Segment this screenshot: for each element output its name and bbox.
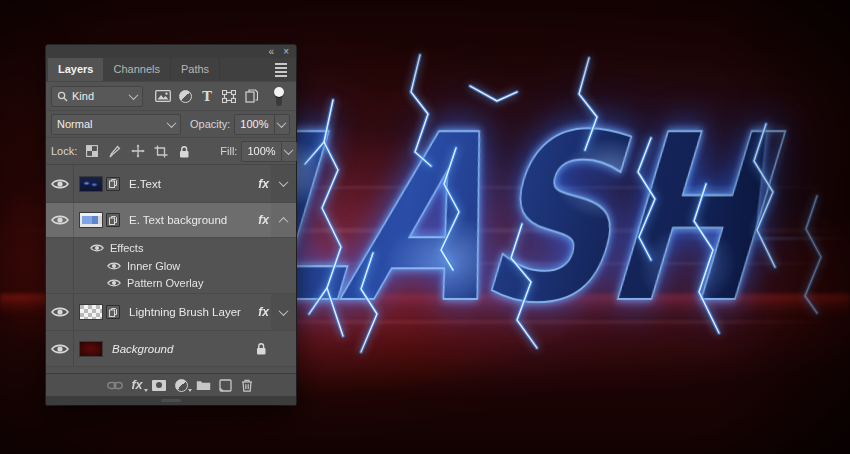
layer-name[interactable]: Lightning Brush Layer <box>129 306 241 318</box>
lock-artboard-nesting-icon[interactable] <box>152 141 169 161</box>
effect-name[interactable]: Inner Glow <box>127 260 180 272</box>
fx-badge: fx <box>258 213 271 227</box>
effect-visibility-toggle[interactable] <box>107 278 121 288</box>
fill-label: Fill: <box>220 145 237 157</box>
type-layers-filter-icon[interactable]: T <box>196 86 218 106</box>
delete-layer-icon[interactable] <box>238 376 256 394</box>
smart-object-badge-icon <box>106 177 120 191</box>
eye-icon <box>107 278 121 288</box>
fx-badge: fx <box>258 305 271 319</box>
effects-header-row[interactable]: Effects <box>46 237 296 257</box>
effect-row-pattern-overlay[interactable]: Pattern Overlay <box>46 274 296 293</box>
filtering-toggle[interactable] <box>273 87 285 106</box>
fill-input[interactable]: 100% <box>241 141 296 162</box>
collapse-effects-icon[interactable] <box>271 165 296 202</box>
effects-label: Effects <box>110 242 143 254</box>
lock-transparent-pixels-icon[interactable] <box>83 141 100 161</box>
eye-icon <box>51 178 69 190</box>
layer-name[interactable]: E. Text background <box>129 214 227 226</box>
tab-paths[interactable]: Paths <box>171 58 220 81</box>
tab-layers[interactable]: Layers <box>48 58 103 81</box>
lock-label: Lock: <box>51 145 77 157</box>
opacity-input[interactable]: 100% <box>234 114 289 135</box>
visibility-toggle[interactable] <box>46 331 74 366</box>
blend-row: Normal Opacity: 100% <box>46 111 296 138</box>
lock-all-icon[interactable] <box>175 141 192 161</box>
layer-thumbnail[interactable] <box>79 212 103 228</box>
chevron-down-icon[interactable] <box>281 142 296 161</box>
chevron-down-icon <box>167 118 177 128</box>
smart-object-badge-icon <box>106 305 120 319</box>
layer-thumbnail[interactable] <box>79 176 103 192</box>
add-layer-mask-icon[interactable] <box>150 376 168 394</box>
blend-mode-dropdown[interactable]: Normal <box>51 114 181 135</box>
effect-name[interactable]: Pattern Overlay <box>127 277 203 289</box>
layer-row-lightning-brush[interactable]: Lightning Brush Layer fx <box>46 293 296 330</box>
lock-row: Lock: Fill: 100% <box>46 138 296 165</box>
panel-tabs: Layers Channels Paths <box>46 58 296 82</box>
effect-row-inner-glow[interactable]: Inner Glow <box>46 257 296 274</box>
add-layer-style-icon[interactable]: fx <box>128 376 146 394</box>
panel-resize-grip[interactable] <box>46 396 296 405</box>
collapse-effects-icon[interactable] <box>271 294 296 330</box>
panel-titlebar[interactable]: « × <box>46 45 296 58</box>
new-group-icon[interactable] <box>194 376 212 394</box>
filter-kind-label: Kind <box>72 90 94 102</box>
tab-channels[interactable]: Channels <box>103 58 170 81</box>
layer-name[interactable]: E.Text <box>129 178 161 190</box>
opacity-value[interactable]: 100% <box>235 118 273 130</box>
filter-row: Kind T <box>46 82 296 111</box>
layer-name[interactable]: Background <box>112 343 173 355</box>
search-icon <box>57 91 68 102</box>
close-panel-icon[interactable]: × <box>283 45 289 58</box>
layer-row-background[interactable]: Background <box>46 330 296 366</box>
pixel-layers-filter-icon[interactable] <box>152 86 174 106</box>
effect-visibility-toggle[interactable] <box>107 261 121 271</box>
visibility-toggle[interactable] <box>46 165 74 202</box>
opacity-label: Opacity: <box>190 118 230 130</box>
eye-icon <box>90 243 104 253</box>
link-layers-icon[interactable] <box>106 376 124 394</box>
smart-object-badge-icon <box>106 213 120 227</box>
layer-row-etext[interactable]: E.Text fx <box>46 165 296 202</box>
smart-objects-filter-icon[interactable] <box>240 86 262 106</box>
fill-value[interactable]: 100% <box>242 145 280 157</box>
layer-row-etext-background[interactable]: E. Text background fx <box>46 202 296 237</box>
adjustment-layers-filter-icon[interactable] <box>174 86 196 106</box>
layer-list: E.Text fx E. Text background fx Effects <box>46 165 296 373</box>
shape-layers-filter-icon[interactable] <box>218 86 240 106</box>
eye-icon <box>51 343 69 355</box>
layer-locked-icon <box>254 342 268 355</box>
visibility-toggle[interactable] <box>46 203 74 237</box>
layer-thumbnail[interactable] <box>79 304 103 320</box>
new-layer-icon[interactable] <box>216 376 234 394</box>
lock-position-icon[interactable] <box>129 141 146 161</box>
eye-icon <box>107 261 121 271</box>
chevron-down-icon <box>129 90 139 100</box>
filter-kind-dropdown[interactable]: Kind <box>51 86 143 107</box>
layer-thumbnail[interactable] <box>79 341 103 357</box>
chevron-down-icon[interactable] <box>274 115 289 134</box>
new-adjustment-layer-icon[interactable] <box>172 376 190 394</box>
fx-badge: fx <box>258 177 271 191</box>
collapse-effects-icon[interactable] <box>271 203 296 237</box>
lock-image-pixels-icon[interactable] <box>106 141 123 161</box>
visibility-toggle[interactable] <box>46 294 74 330</box>
layers-panel: « × Layers Channels Paths Kind T Normal <box>46 45 296 405</box>
collapse-panel-icon[interactable]: « <box>269 45 275 58</box>
layer-list-empty-area <box>46 366 296 373</box>
effects-visibility-toggle[interactable] <box>90 243 104 253</box>
panel-footer-toolbar: fx <box>46 373 296 396</box>
eye-icon <box>51 306 69 318</box>
eye-icon <box>51 214 69 226</box>
panel-menu-icon[interactable] <box>275 63 287 77</box>
blend-mode-value: Normal <box>57 118 92 130</box>
